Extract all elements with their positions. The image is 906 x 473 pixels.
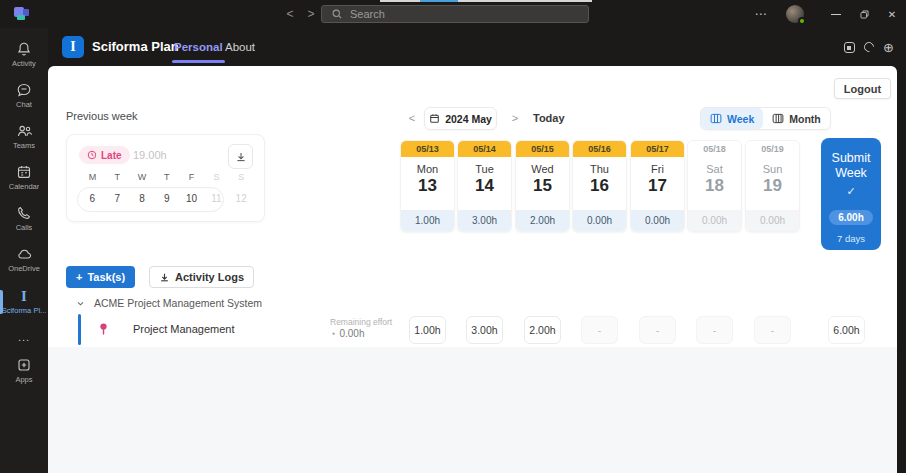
- sidebar-item-teams[interactable]: Teams: [0, 116, 48, 157]
- month-toggle[interactable]: Month: [763, 108, 830, 129]
- previous-week-label: Previous week: [66, 110, 138, 122]
- month-picker[interactable]: 2024 May: [424, 107, 497, 130]
- submit-total-hours: 6.00h: [829, 210, 873, 225]
- nav-forward-icon[interactable]: >: [304, 7, 318, 21]
- day-card-hours: 0.00h: [573, 210, 626, 231]
- app-header: I Sciforma Plan Personal About ⊕: [48, 28, 906, 66]
- presence-status-dot: [798, 17, 806, 25]
- view-toggle: Week Month: [700, 107, 831, 130]
- submit-days-count: 7 days: [837, 233, 865, 244]
- today-button[interactable]: Today: [533, 112, 565, 124]
- main-content: Logout Previous week Late 19.00h MTWTFSS…: [48, 66, 897, 473]
- columns-icon: [772, 113, 784, 124]
- day-card[interactable]: 05/17 Fri 17 0.00h: [630, 140, 685, 232]
- day-card-date: 05/17: [631, 141, 684, 157]
- sciforma-app-icon: I: [21, 289, 27, 304]
- day-card-date: 05/18: [688, 141, 741, 157]
- task-row[interactable]: Project Management Remaining effort ◔ 0.…: [48, 312, 897, 347]
- teams-logo-icon: [11, 5, 35, 23]
- chat-icon: [16, 82, 32, 98]
- day-card-hours: 1.00h: [401, 210, 454, 231]
- content-footer-area: [48, 347, 897, 473]
- app-title: Sciforma Plan: [92, 39, 179, 54]
- day-card[interactable]: 05/14 Tue 14 3.00h: [457, 140, 512, 232]
- people-icon: [16, 123, 33, 139]
- day-card-hours: 0.00h: [688, 210, 741, 231]
- next-week-arrow[interactable]: >: [509, 112, 521, 124]
- logout-button[interactable]: Logout: [834, 78, 891, 99]
- titlebar-more-button[interactable]: ⋯: [744, 7, 778, 21]
- sidebar-more-button[interactable]: ...: [0, 324, 48, 350]
- window-titlebar: < > Search ⋯ ✕: [0, 0, 906, 28]
- sidebar-item-chat[interactable]: Chat: [0, 75, 48, 116]
- prev-week-arrow[interactable]: <: [406, 112, 418, 124]
- remaining-effort-label: Remaining effort: [330, 317, 392, 327]
- previous-week-hours: 19.00h: [133, 149, 167, 161]
- search-placeholder: Search: [350, 8, 385, 20]
- add-tasks-button[interactable]: + Task(s): [66, 266, 135, 288]
- download-icon: [235, 151, 247, 163]
- download-previous-week-button[interactable]: [228, 144, 253, 169]
- sidebar-item-apps[interactable]: Apps: [0, 350, 48, 391]
- activity-logs-button[interactable]: Activity Logs: [149, 266, 254, 288]
- nav-back-icon[interactable]: <: [283, 7, 297, 21]
- day-card[interactable]: 05/19 Sun 19 0.00h: [745, 140, 800, 232]
- restore-button[interactable]: [850, 0, 878, 28]
- day-card-date: 05/15: [516, 141, 569, 157]
- check-icon: ✓: [846, 185, 855, 198]
- day-card[interactable]: 05/13 Mon 13 1.00h: [400, 140, 455, 232]
- sidebar-item-sciforma[interactable]: I Sciforma Pl...: [0, 280, 48, 324]
- day-card-hours: 2.00h: [516, 210, 569, 231]
- bell-icon: [16, 41, 32, 57]
- hours-cell[interactable]: 1.00h: [409, 316, 446, 344]
- close-button[interactable]: ✕: [878, 0, 906, 28]
- hours-cell[interactable]: -: [581, 316, 618, 344]
- globe-icon[interactable]: ⊕: [883, 41, 894, 54]
- minical-day-numbers[interactable]: 6789101112: [80, 193, 254, 204]
- tab-about[interactable]: About: [225, 41, 255, 53]
- day-card[interactable]: 05/15 Wed 15 2.00h: [515, 140, 570, 232]
- day-card[interactable]: 05/18 Sat 18 0.00h: [687, 140, 742, 232]
- sidebar-item-calls[interactable]: Calls: [0, 198, 48, 239]
- sidebar-item-calendar[interactable]: Calendar: [0, 157, 48, 198]
- popout-icon[interactable]: [844, 42, 855, 53]
- apps-icon: [16, 357, 32, 373]
- calendar-small-icon: [429, 113, 440, 124]
- pie-icon: ◔: [330, 329, 335, 339]
- late-badge: Late: [79, 146, 130, 164]
- minimize-button[interactable]: [822, 0, 850, 28]
- day-card-date: 05/13: [401, 141, 454, 157]
- day-card-date: 05/19: [746, 141, 799, 157]
- plus-icon: +: [76, 271, 82, 283]
- day-card[interactable]: 05/16 Thu 16 0.00h: [572, 140, 627, 232]
- search-icon: [331, 8, 343, 20]
- pin-icon: [97, 322, 110, 336]
- calendar-icon: [16, 164, 32, 180]
- cloud-icon: [16, 246, 33, 262]
- hours-cell[interactable]: -: [696, 316, 733, 344]
- window-edge-strip: [380, 0, 592, 2]
- week-toggle[interactable]: Week: [701, 108, 763, 129]
- chevron-down-icon: [76, 299, 85, 308]
- day-card-date: 05/16: [573, 141, 626, 157]
- search-input[interactable]: Search: [321, 5, 589, 23]
- tab-personal[interactable]: Personal: [174, 41, 223, 53]
- task-name: Project Management: [133, 323, 235, 335]
- submit-week-button[interactable]: Submit Week ✓ 6.00h 7 days: [821, 138, 881, 250]
- hours-cell[interactable]: 3.00h: [466, 316, 503, 344]
- avatar[interactable]: [786, 5, 804, 23]
- day-card-date: 05/14: [458, 141, 511, 157]
- app-rail: Activity Chat Teams Calendar Calls OneDr…: [0, 28, 48, 473]
- app-icon: I: [62, 36, 84, 58]
- hours-cell[interactable]: -: [754, 316, 791, 344]
- hours-cell[interactable]: 2.00h: [524, 316, 561, 344]
- day-card-hours: 0.00h: [631, 210, 684, 231]
- sidebar-item-activity[interactable]: Activity: [0, 34, 48, 75]
- sidebar-item-onedrive[interactable]: OneDrive: [0, 239, 48, 280]
- hours-cell[interactable]: -: [639, 316, 676, 344]
- previous-week-card[interactable]: Late 19.00h MTWTFSS 6789101112: [66, 134, 265, 222]
- refresh-icon[interactable]: [862, 40, 876, 54]
- project-group-row[interactable]: ACME Project Management System: [62, 294, 262, 312]
- download-icon: [159, 272, 170, 283]
- clock-icon: [87, 150, 97, 160]
